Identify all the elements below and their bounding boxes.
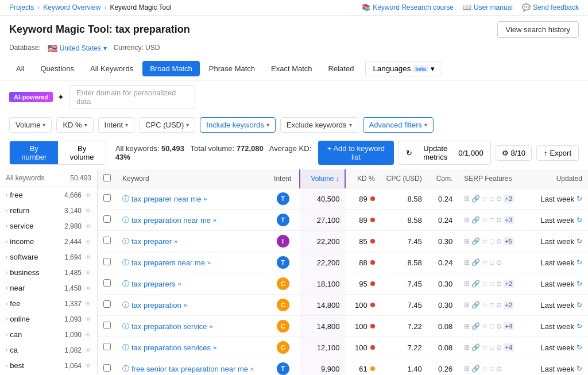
row-checkbox[interactable] xyxy=(103,215,111,223)
serp-plus-badge: +5 xyxy=(504,237,514,245)
tab-all-keywords[interactable]: All Keywords xyxy=(83,61,140,76)
keyword-link[interactable]: ⓘ tax preparer near me » xyxy=(122,194,260,204)
ai-row: AI-powered ✦ Enter domain for personaliz… xyxy=(0,80,588,114)
kd-cell: 85 xyxy=(351,237,374,246)
refresh-icon[interactable]: ↻ xyxy=(577,365,582,373)
add-to-list-button[interactable]: + Add to keyword list xyxy=(318,141,394,165)
kd-filter[interactable]: KD % ▾ xyxy=(56,117,93,133)
tab-exact-match[interactable]: Exact Match xyxy=(264,61,319,76)
refresh-icon[interactable]: ↻ xyxy=(577,322,582,330)
refresh-icon[interactable]: ↻ xyxy=(577,237,582,245)
refresh-icon[interactable]: ↻ xyxy=(577,195,582,203)
serp-star-icon: ☆ xyxy=(482,216,488,224)
tab-related[interactable]: Related xyxy=(322,61,361,76)
chevrons-icon: » xyxy=(250,365,254,372)
breadcrumb-projects[interactable]: Projects xyxy=(9,3,34,11)
serp-icon: ⊞ xyxy=(464,280,470,288)
main-content: All keywords 50,493 › free 4,666 👁 › ret… xyxy=(0,169,588,375)
left-item[interactable]: › ca 1,082 👁 xyxy=(0,342,97,358)
tab-phrase-match[interactable]: Phrase Match xyxy=(202,61,262,76)
kd-dot xyxy=(370,281,375,286)
update-metrics-button[interactable]: ↻ Update metrics 0/1,000 xyxy=(399,141,490,165)
sort-by-volume-button[interactable]: By volume xyxy=(58,141,105,164)
view-history-button[interactable]: View search history xyxy=(497,21,579,38)
tab-all[interactable]: All xyxy=(9,61,31,76)
row-checkbox[interactable] xyxy=(103,194,111,202)
refresh-icon[interactable]: ↻ xyxy=(577,216,582,224)
left-item[interactable]: › best 1,064 👁 xyxy=(0,358,97,373)
keyword-link[interactable]: ⓘ tax preparer » xyxy=(122,237,260,246)
col-header-kd[interactable]: KD % xyxy=(345,169,380,188)
cpc-filter[interactable]: CPC (USD) ▾ xyxy=(139,117,195,133)
col-header-cpc[interactable]: CPC (USD) xyxy=(381,169,428,188)
advanced-filters-button[interactable]: Advanced filters ▾ xyxy=(363,117,434,133)
left-item[interactable]: › service 2,980 👁 xyxy=(0,218,97,234)
col-header-com[interactable]: Com. xyxy=(428,169,459,188)
keyword-link[interactable]: ⓘ tax preparation » xyxy=(122,300,260,310)
sep1: › xyxy=(37,3,40,11)
export-button[interactable]: ↑ Export xyxy=(536,145,579,161)
tab-broad-match[interactable]: Broad Match xyxy=(142,61,200,76)
left-item[interactable]: › software 1,694 👁 xyxy=(0,249,97,265)
volume-filter[interactable]: Volume ▾ xyxy=(9,117,52,133)
keyword-link[interactable]: ⓘ free senior tax preparation near me » xyxy=(122,364,260,374)
left-item[interactable]: › free 4,666 👁 xyxy=(0,187,97,203)
intent-filter[interactable]: Intent ▾ xyxy=(98,117,135,133)
exclude-keywords-filter[interactable]: Exclude keywords ▾ xyxy=(280,117,358,133)
manual-link[interactable]: 📖 User manual xyxy=(463,3,513,11)
serp-plus-badge: +3 xyxy=(504,216,514,224)
left-item-label: › free xyxy=(6,191,23,199)
intent-badge: T xyxy=(277,256,289,269)
left-item-label: › software xyxy=(6,253,38,261)
row-checkbox[interactable] xyxy=(103,343,111,350)
keyword-link[interactable]: ⓘ tax preparers » xyxy=(122,279,260,289)
breadcrumb-keyword-overview[interactable]: Keyword Overview xyxy=(43,3,100,11)
left-item[interactable]: › online 1,093 👁 xyxy=(0,311,97,327)
settings-button[interactable]: ⚙ 8/10 xyxy=(496,145,532,161)
keyword-link[interactable]: ⓘ tax preparation service » xyxy=(122,322,260,331)
sort-by-number-button[interactable]: By number xyxy=(10,141,58,164)
info-icon: ⓘ xyxy=(122,194,129,204)
row-checkbox[interactable] xyxy=(103,258,111,265)
row-checkbox[interactable] xyxy=(103,237,111,244)
refresh-icon[interactable]: ↻ xyxy=(577,258,582,266)
left-item[interactable]: › fee 1,337 👁 xyxy=(0,296,97,311)
row-checkbox[interactable] xyxy=(103,279,111,287)
intent-badge: C xyxy=(277,277,289,290)
course-link[interactable]: 📚 Keyword Research course xyxy=(362,3,454,11)
sort-buttons: By number By volume xyxy=(9,141,106,165)
left-item-label: › best xyxy=(6,361,24,370)
refresh-icon[interactable]: ↻ xyxy=(577,343,582,351)
left-item[interactable]: › can 1,090 👁 xyxy=(0,327,97,342)
keyword-link[interactable]: ⓘ tax preparers near me » xyxy=(122,258,260,268)
refresh-icon[interactable]: ↻ xyxy=(577,280,582,288)
languages-button[interactable]: Languages beta ▾ xyxy=(365,61,442,76)
country-selector[interactable]: 🇺🇸 United States ▾ xyxy=(48,44,107,53)
left-item[interactable]: › return 3,140 👁 xyxy=(0,203,97,218)
keyword-link[interactable]: ⓘ tax preparation near me » xyxy=(122,215,260,225)
left-item-label: › business xyxy=(6,268,40,277)
col-header-volume[interactable]: Volume ↓ xyxy=(300,169,345,188)
ai-domain-input[interactable]: Enter domain for personalized data xyxy=(69,85,195,109)
serp-chat-icon: □ xyxy=(490,365,494,373)
row-checkbox[interactable] xyxy=(103,300,111,308)
keyword-link[interactable]: ⓘ tax preparation services » xyxy=(122,343,260,353)
left-item-label: › fee xyxy=(6,299,20,308)
intent-badge: T xyxy=(277,214,289,226)
select-all-checkbox[interactable] xyxy=(103,174,111,181)
tab-questions[interactable]: Questions xyxy=(33,61,81,76)
updated-label: Last week xyxy=(540,365,574,373)
left-item[interactable]: › business 1,485 👁 xyxy=(0,265,97,280)
row-checkbox[interactable] xyxy=(103,364,111,372)
feedback-link[interactable]: 💬 Send feedback xyxy=(522,3,579,11)
filter-row: Volume ▾ KD % ▾ Intent ▾ CPC (USD) ▾ Inc… xyxy=(0,114,588,136)
left-item[interactable]: › income 2,444 👁 xyxy=(0,234,97,249)
eye-icon: 👁 xyxy=(85,316,91,323)
serp-icons: ⊞ 🔗 ☆ □ ⊙ +2 xyxy=(464,280,527,288)
include-keywords-filter[interactable]: Include keywords ▾ xyxy=(200,117,275,133)
left-item-label: › income xyxy=(6,237,34,246)
left-item[interactable]: › near 1,458 👁 xyxy=(0,280,97,296)
kd-dot xyxy=(370,196,375,201)
row-checkbox[interactable] xyxy=(103,322,111,329)
refresh-icon[interactable]: ↻ xyxy=(577,301,582,309)
